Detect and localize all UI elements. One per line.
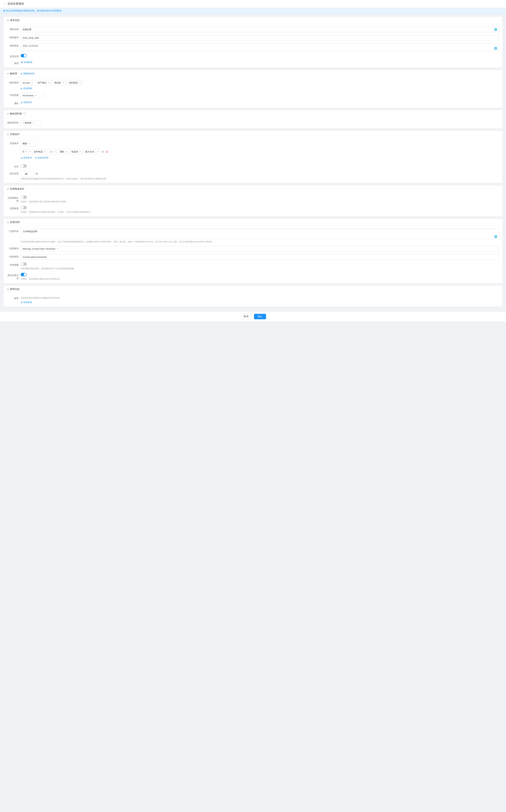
basic-info-title: 基本信息 [10,19,20,22]
alert-condition-header[interactable]: 告警条件 [4,131,502,138]
alert-content-input[interactable]: 1分钟电流告警 [21,229,499,239]
minus-condition-button[interactable]: ⊖ [105,150,108,154]
alert-content-textarea-wrap: 1分钟电流告警 🌐 [21,229,499,239]
chevron-down-icon [7,19,9,21]
condition-items: 与 * 实时电流 >= 属性 [21,149,499,155]
effect-row: 触发器时效 一直有效 [7,120,499,126]
metric1-select[interactable]: 实时电流 [32,149,47,155]
tags-row: 标签 ⊕ 添加标签 [7,61,499,65]
delay-input[interactable] [21,171,34,177]
dismiss-toggle[interactable] [21,196,27,199]
plus-circle-icon-cond: ⊕ [21,157,22,159]
trigger-source-select3[interactable]: 电流表 [53,80,66,86]
add-condition-button[interactable]: ⊕ 添加条件 [21,101,32,104]
condition-type-arrow [29,143,30,144]
add-group-link[interactable]: ⊕ 添加条件组 [35,156,49,159]
trigger-source-select4[interactable]: 实时电流 [67,80,82,86]
mute-label: 告警屏蔽 [7,263,21,267]
effect-control: 一直有效 [21,120,499,126]
condition-type-control: 阈值 [21,141,499,146]
globe-icon-content: 🌐 [494,235,497,238]
enable-control [21,54,499,58]
attribute-row: 属性 ⊕ 添加条件 [7,101,499,105]
condition-type-select[interactable]: 阈值 [21,141,38,146]
add-attachment-tag-label: 添加标签 [23,301,32,304]
effect-select[interactable]: 一直有效 [21,120,41,126]
rule-name-input[interactable] [21,27,499,32]
attachment-tags-control: 标签值将是所选属性在告警触发时的实际值 ⊕ 添加标签 [21,296,499,304]
condition-link-row: ⊕ 添加条件 ⊕ 添加条件组 [21,156,499,159]
save-record-hint: 启用后，该告警将在清除后保存为告警记录。 [21,278,499,281]
rule-desc-control: 🌐 [21,43,499,51]
recovery-toggle[interactable] [21,206,27,209]
condition-type-value: 阈值 [22,142,27,145]
save-record-label: 保存告警记录 [7,273,21,280]
scope-select[interactable]: All Devices [21,93,45,98]
plus-circle-icon-trigger: ⊕ [21,72,22,75]
attachment-header[interactable]: 附带信息 [4,286,502,293]
save-record-toggle[interactable] [21,273,27,276]
rule-desc-row: 规则描述 🌐 [7,43,499,51]
confirm-button[interactable]: 确认 [254,314,266,319]
mute-hint: 告警屏蔽功能启用后，该告警的所有子节点告警都将被屏蔽 [21,267,499,270]
metric1-value: 实时电流 [34,150,43,153]
basic-info-header[interactable]: 基本信息 [4,17,502,24]
alert-detail-header[interactable]: 告警详情 [4,219,502,226]
attachment-chevron-icon [7,288,9,290]
alert-content-hint: 可以使用"${测点或事件名称}"作为参数，在生产告警时使用参数值填充。如果测点/… [21,240,499,243]
effect-label: 触发器时效 [7,120,21,124]
severity-select[interactable]: Warning: Current Over Threshold [21,246,499,251]
recovery-header[interactable]: 告警恢复条件 [4,185,502,193]
max-select[interactable]: 最大允许... [84,149,100,155]
metric2-select[interactable]: 电流表 [70,149,82,155]
attachment-title: 附带信息 [10,288,20,291]
rule-name-label: 规则名称 [7,27,21,31]
mute-toggle[interactable] [21,263,27,266]
dismiss-label: 启用离散告警 [7,196,21,203]
rule-desc-label: 规则描述 [7,43,21,47]
trigger-source-select2[interactable]: 资产测点 [36,80,51,86]
condition-detail-control: 与 * 实时电流 >= 属性 [21,149,499,159]
trigger-effect-header[interactable]: 触发器时效 ? [4,110,502,117]
dismiss-control: 应用后，该告警将在满足告警条件时触发发并清除。 [21,196,499,203]
severity-arrow [57,248,58,249]
delete-condition-button[interactable]: 🗑 [101,150,104,153]
trigger-effect-help-icon[interactable]: ? [23,112,26,115]
trigger-source-select1[interactable]: Iot Hub [21,80,34,86]
rule-desc-input[interactable] [21,43,499,51]
add-condition-link[interactable]: ⊕ 添加条件 [21,156,32,159]
condition-type-row: 告警条件 阈值 [7,141,499,146]
add-tag-button[interactable]: ⊕ 添加标签 [21,61,32,64]
logic-op-select[interactable]: 与 [21,149,29,155]
max-arrow [97,151,99,152]
metric2-arrow [79,151,81,152]
add-trigger-button[interactable]: ⊕ 增加触发器 [21,72,34,75]
add-metric-button[interactable]: ⊕ 添加指标 [21,87,32,90]
add-condition-label: 添加条件 [23,101,32,104]
basic-info-section: 基本信息 规则名称 🌐 规则编号 [3,17,503,68]
rule-id-input[interactable] [21,35,499,40]
alert-detail-section: 告警详情 告警内容 1分钟电流告警 🌐 可以使用"${测点或事件名称}"作为参数… [3,218,503,283]
rule-id-control [21,35,499,40]
recovery-hint: 关闭时，告警恢复条件与触发条件相反；开启时，可自定义配置告警恢复条件。 [21,210,499,214]
alert-detail-chevron-icon [7,221,9,223]
max-value: 最大允许... [85,150,96,153]
add-attachment-tag-button[interactable]: ⊕ 添加标签 [21,301,32,304]
delay-label: 延后告警 [7,171,21,175]
attr-type-arrow [66,151,67,152]
alert-type-row: 告警类型 [7,254,499,260]
scope-control: All Devices [21,93,499,98]
cancel-button[interactable]: 取消 [240,314,252,319]
timing-toggle[interactable] [21,164,27,168]
trigger-header[interactable]: 触发器 ⊕ 增加触发器 [4,70,502,77]
plus-circle-icon-attach: ⊕ [21,301,22,304]
plus-circle-icon-attr: ⊕ [21,101,22,104]
alert-type-input[interactable] [21,254,499,260]
attr-type-select[interactable]: 属性 [58,149,69,155]
recovery-label: 告警恢复 [7,206,21,210]
enable-toggle[interactable] [21,54,27,58]
attachment-tags-row: 标签 标签值将是所选属性在告警触发时的实际值 ⊕ 添加标签 [7,296,499,304]
rule-desc-textarea-wrap: 🌐 [21,43,499,51]
operator-select[interactable]: >= [48,149,57,155]
back-button[interactable]: ← [3,2,6,5]
